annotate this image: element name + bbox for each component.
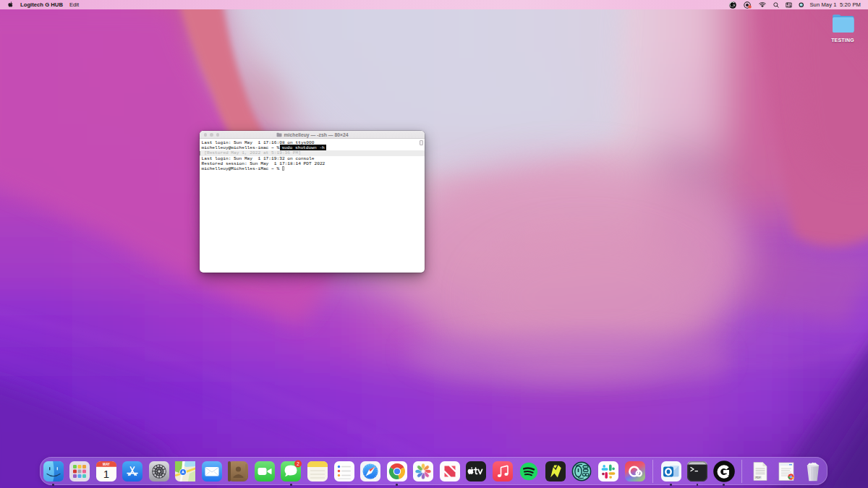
svg-text:1: 1 [103, 467, 109, 479]
svg-text:PDF: PDF [755, 476, 761, 479]
svg-text:2: 2 [297, 461, 300, 466]
svg-text:MAY: MAY [103, 463, 110, 466]
